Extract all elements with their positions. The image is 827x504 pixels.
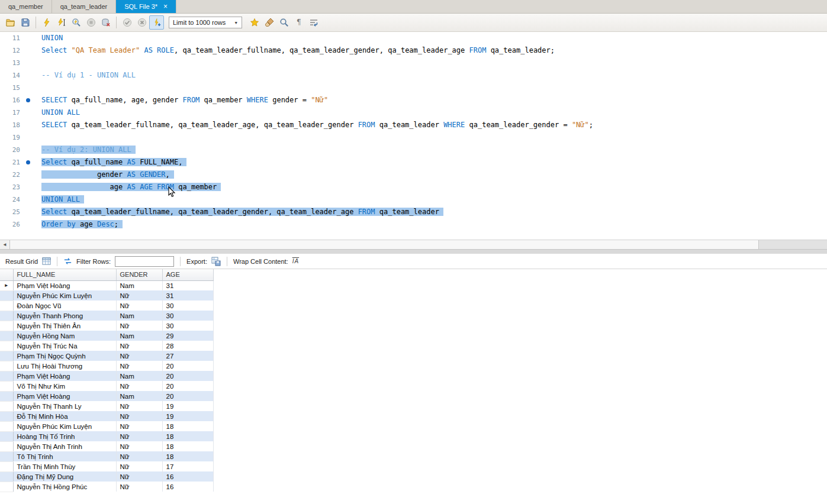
table-row[interactable]: Đoàn Ngọc VũNữ30: [0, 301, 213, 311]
cell[interactable]: Nữ: [116, 351, 162, 361]
cell[interactable]: 30: [162, 301, 213, 311]
cell[interactable]: Nguyễn Thị Anh Trinh: [13, 441, 116, 451]
cell[interactable]: 20: [162, 381, 213, 391]
cell[interactable]: Nguyễn Thị Hồng Phúc: [13, 482, 116, 492]
row-selector[interactable]: [0, 431, 13, 441]
editor-horizontal-scrollbar[interactable]: ◄: [0, 240, 827, 249]
row-selector[interactable]: [0, 451, 13, 461]
cell[interactable]: 20: [162, 371, 213, 381]
cell[interactable]: Nữ: [116, 401, 162, 411]
toggle-word-wrap-button[interactable]: [306, 15, 321, 30]
cell[interactable]: Nam: [116, 371, 162, 381]
result-table[interactable]: FULL_NAMEGENDERAGE►Phạm Việt HoàngNam31N…: [0, 269, 214, 492]
row-selector[interactable]: [0, 290, 13, 301]
row-selector[interactable]: [0, 461, 13, 471]
cell[interactable]: Hoàng Thị Tố Trinh: [13, 431, 116, 441]
editor-line-16[interactable]: 16SELECT qa_full_name, age, gender FROM …: [0, 94, 827, 106]
cell[interactable]: 31: [162, 290, 213, 301]
cell[interactable]: 19: [162, 411, 213, 421]
editor-line-25[interactable]: 25Select qa_team_leader_fullname, qa_tea…: [0, 206, 827, 218]
cell[interactable]: 20: [162, 361, 213, 371]
table-row[interactable]: Nguyễn Thị Thanh LyNữ19: [0, 401, 213, 411]
cell[interactable]: Nguyễn Phúc Kim Luyện: [13, 290, 116, 301]
cell[interactable]: 16: [162, 482, 213, 492]
cell[interactable]: Nguyễn Phúc Kim Luyện: [13, 421, 116, 431]
cell[interactable]: Nữ: [116, 471, 162, 482]
cell[interactable]: Nguyễn Thị Trúc Na: [13, 341, 116, 351]
cell[interactable]: Nữ: [116, 451, 162, 461]
table-row[interactable]: Phạm Thị Ngọc QuỳnhNữ27: [0, 351, 213, 361]
beautify-script-button[interactable]: [262, 15, 276, 30]
row-selector[interactable]: [0, 441, 13, 451]
panel-splitter[interactable]: [0, 249, 827, 254]
editor-line-15[interactable]: 15: [0, 82, 827, 94]
table-row[interactable]: ►Phạm Việt HoàngNam31: [0, 280, 213, 290]
scroll-left-arrow-icon[interactable]: ◄: [0, 240, 9, 249]
cell[interactable]: Phạm Việt Hoàng: [13, 371, 116, 381]
cell[interactable]: 30: [162, 321, 213, 331]
table-row[interactable]: Nguyễn Phúc Kim LuyệnNữ18: [0, 421, 213, 431]
row-selector[interactable]: [0, 471, 13, 482]
cell[interactable]: 27: [162, 351, 213, 361]
table-row[interactable]: Đỗ Thị Minh HòaNữ19: [0, 411, 213, 421]
cell[interactable]: 20: [162, 391, 213, 401]
cell[interactable]: 19: [162, 401, 213, 411]
scrollbar-thumb[interactable]: [9, 240, 759, 249]
tab-qa-team-leader[interactable]: qa_team_leader: [52, 0, 117, 13]
table-row[interactable]: Phạm Việt HoàngNam20: [0, 391, 213, 401]
cell[interactable]: Nữ: [116, 301, 162, 311]
cell[interactable]: Lưu Thị Hoài Thương: [13, 361, 116, 371]
cell[interactable]: Đoàn Ngọc Vũ: [13, 301, 116, 311]
cell[interactable]: Tô Thị Trinh: [13, 451, 116, 461]
row-selector-header[interactable]: [0, 269, 13, 280]
row-selector[interactable]: [0, 301, 13, 311]
tab-sql-file-3[interactable]: SQL File 3*×: [116, 0, 176, 13]
table-row[interactable]: Nguyễn Thị Hồng PhúcNữ16: [0, 482, 213, 492]
wrap-cell-content-icon[interactable]: IA: [292, 258, 299, 264]
commit-transaction-button[interactable]: [120, 15, 134, 30]
table-row[interactable]: Đặng Thị Mỹ DungNữ16: [0, 471, 213, 482]
table-row[interactable]: Tô Thị TrinhNữ18: [0, 451, 213, 461]
toggle-invisible-characters-button[interactable]: ¶: [291, 15, 306, 30]
cell[interactable]: 16: [162, 471, 213, 482]
stop-execution-button[interactable]: [83, 15, 98, 30]
table-row[interactable]: Hoàng Thị Tố TrinhNữ18: [0, 431, 213, 441]
refresh-arrows-icon[interactable]: [63, 257, 72, 266]
cell[interactable]: Nguyễn Thanh Phong: [13, 311, 116, 321]
editor-line-11[interactable]: 11UNION: [0, 32, 827, 44]
cell[interactable]: Nguyễn Thị Thanh Ly: [13, 401, 116, 411]
cell[interactable]: 29: [162, 331, 213, 341]
editor-line-22[interactable]: 22 gender AS GENDER,: [0, 169, 827, 181]
execute-statements-button[interactable]: [39, 15, 54, 30]
table-row[interactable]: Nguyễn Thị Anh TrinhNữ18: [0, 441, 213, 451]
cell[interactable]: 28: [162, 341, 213, 351]
cell[interactable]: Đỗ Thị Minh Hòa: [13, 411, 116, 421]
cell[interactable]: Phạm Việt Hoàng: [13, 391, 116, 401]
cell[interactable]: Trần Thị Minh Thùy: [13, 461, 116, 471]
editor-line-13[interactable]: 13: [0, 57, 827, 69]
cell[interactable]: 18: [162, 431, 213, 441]
row-selector[interactable]: [0, 482, 13, 492]
table-row[interactable]: Nguyễn Thanh PhongNam30: [0, 311, 213, 321]
cell[interactable]: Nữ: [116, 411, 162, 421]
filter-rows-input[interactable]: [115, 256, 174, 267]
editor-line-21[interactable]: 21Select qa_full_name AS FULL_NAME,: [0, 156, 827, 169]
editor-line-24[interactable]: 24UNION ALL: [0, 193, 827, 206]
cell[interactable]: 18: [162, 441, 213, 451]
result-grid-view-icon[interactable]: [42, 257, 51, 266]
cell[interactable]: 18: [162, 451, 213, 461]
table-row[interactable]: Trần Thị Minh ThùyNữ17: [0, 461, 213, 471]
table-row[interactable]: Nguyễn Phúc Kim LuyệnNữ31: [0, 290, 213, 301]
column-header-age[interactable]: AGE: [162, 269, 213, 280]
row-selector[interactable]: [0, 331, 13, 341]
cell[interactable]: Nữ: [116, 421, 162, 431]
editor-line-14[interactable]: 14-- Ví dụ 1 - UNION ALL: [0, 69, 827, 82]
cell[interactable]: Nữ: [116, 441, 162, 451]
cell[interactable]: Đặng Thị Mỹ Dung: [13, 471, 116, 482]
editor-line-12[interactable]: 12Select "QA Team Leader" AS ROLE, qa_te…: [0, 44, 827, 57]
cell[interactable]: Nữ: [116, 290, 162, 301]
cell[interactable]: Nguyễn Thị Thiên Ân: [13, 321, 116, 331]
editor-line-23[interactable]: 23 age AS AGE FROM qa_member: [0, 181, 827, 193]
cell[interactable]: 18: [162, 421, 213, 431]
row-selector[interactable]: [0, 361, 13, 371]
